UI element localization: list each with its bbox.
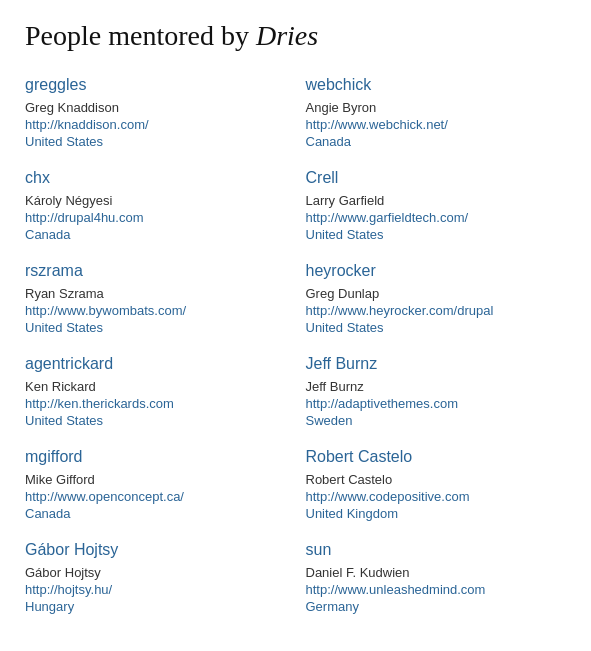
- person-url[interactable]: http://www.unleashedmind.com: [306, 582, 567, 597]
- person-url[interactable]: http://www.codepositive.com: [306, 489, 567, 504]
- person-name: Greg Dunlap: [306, 286, 567, 301]
- person-name: Greg Knaddison: [25, 100, 276, 115]
- person-name: Ken Rickard: [25, 379, 276, 394]
- person-name: Angie Byron: [306, 100, 567, 115]
- page-title: People mentored by Dries: [25, 20, 566, 52]
- person-url[interactable]: http://www.webchick.net/: [306, 117, 567, 132]
- person-username[interactable]: sun: [306, 541, 567, 559]
- person-username[interactable]: mgifford: [25, 448, 276, 466]
- person-url[interactable]: http://www.bywombats.com/: [25, 303, 276, 318]
- person-url[interactable]: http://drupal4hu.com: [25, 210, 276, 225]
- person-name: Robert Castelo: [306, 472, 567, 487]
- person-url[interactable]: http://adaptivethemes.com: [306, 396, 567, 411]
- person-username[interactable]: heyrocker: [306, 262, 567, 280]
- person-block: Robert Castelo Robert Castelo http://www…: [296, 448, 567, 541]
- person-url[interactable]: http://ken.therickards.com: [25, 396, 276, 411]
- person-block: agentrickard Ken Rickard http://ken.ther…: [25, 355, 296, 448]
- person-username[interactable]: Gábor Hojtsy: [25, 541, 276, 559]
- person-country: United Kingdom: [306, 506, 567, 521]
- person-block: rszrama Ryan Szrama http://www.bywombats…: [25, 262, 296, 355]
- person-country: United States: [306, 227, 567, 242]
- person-country: Germany: [306, 599, 567, 614]
- person-url[interactable]: http://www.openconcept.ca/: [25, 489, 276, 504]
- person-country: Sweden: [306, 413, 567, 428]
- person-country: Hungary: [25, 599, 276, 614]
- person-username[interactable]: Jeff Burnz: [306, 355, 567, 373]
- person-username[interactable]: rszrama: [25, 262, 276, 280]
- person-url[interactable]: http://www.garfieldtech.com/: [306, 210, 567, 225]
- person-name: Gábor Hojtsy: [25, 565, 276, 580]
- person-country: United States: [25, 413, 276, 428]
- person-username[interactable]: Crell: [306, 169, 567, 187]
- person-block: Crell Larry Garfield http://www.garfield…: [296, 169, 567, 262]
- people-grid: greggles Greg Knaddison http://knaddison…: [25, 76, 566, 634]
- person-block: webchick Angie Byron http://www.webchick…: [296, 76, 567, 169]
- person-name: Larry Garfield: [306, 193, 567, 208]
- person-username[interactable]: greggles: [25, 76, 276, 94]
- person-url[interactable]: http://hojtsy.hu/: [25, 582, 276, 597]
- person-username[interactable]: agentrickard: [25, 355, 276, 373]
- person-username[interactable]: webchick: [306, 76, 567, 94]
- person-url[interactable]: http://www.heyrocker.com/drupal: [306, 303, 567, 318]
- person-username[interactable]: chx: [25, 169, 276, 187]
- person-name: Jeff Burnz: [306, 379, 567, 394]
- person-block: chx Károly Négyesi http://drupal4hu.com …: [25, 169, 296, 262]
- person-username[interactable]: Robert Castelo: [306, 448, 567, 466]
- person-name: Daniel F. Kudwien: [306, 565, 567, 580]
- person-block: mgifford Mike Gifford http://www.opencon…: [25, 448, 296, 541]
- person-country: United States: [306, 320, 567, 335]
- person-country: Canada: [25, 227, 276, 242]
- person-country: Canada: [306, 134, 567, 149]
- person-block: heyrocker Greg Dunlap http://www.heyrock…: [296, 262, 567, 355]
- person-name: Károly Négyesi: [25, 193, 276, 208]
- person-country: United States: [25, 134, 276, 149]
- person-name: Mike Gifford: [25, 472, 276, 487]
- person-block: Gábor Hojtsy Gábor Hojtsy http://hojtsy.…: [25, 541, 296, 634]
- person-name: Ryan Szrama: [25, 286, 276, 301]
- person-country: United States: [25, 320, 276, 335]
- person-block: sun Daniel F. Kudwien http://www.unleash…: [296, 541, 567, 634]
- person-url[interactable]: http://knaddison.com/: [25, 117, 276, 132]
- person-block: Jeff Burnz Jeff Burnz http://adaptivethe…: [296, 355, 567, 448]
- person-block: greggles Greg Knaddison http://knaddison…: [25, 76, 296, 169]
- person-country: Canada: [25, 506, 276, 521]
